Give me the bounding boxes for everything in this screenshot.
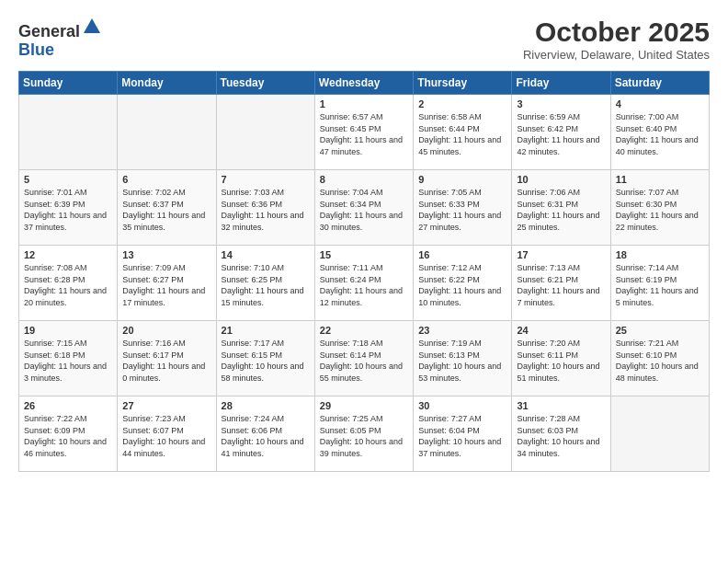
table-cell	[118, 95, 216, 170]
logo-general-text: General	[18, 22, 80, 40]
table-cell	[19, 95, 118, 170]
header: General Blue October 2025 Riverview, Del…	[18, 17, 710, 62]
day-info: Sunrise: 7:03 AM Sunset: 6:36 PM Dayligh…	[222, 187, 310, 233]
day-info: Sunrise: 7:20 AM Sunset: 6:11 PM Dayligh…	[517, 338, 605, 384]
day-info: Sunrise: 7:28 AM Sunset: 6:03 PM Dayligh…	[517, 413, 605, 459]
month-title: October 2025	[523, 17, 710, 48]
day-info: Sunrise: 7:15 AM Sunset: 6:18 PM Dayligh…	[24, 338, 112, 384]
table-cell: 3Sunrise: 6:59 AM Sunset: 6:42 PM Daylig…	[512, 95, 610, 170]
page: General Blue October 2025 Riverview, Del…	[0, 0, 728, 563]
day-info: Sunrise: 7:14 AM Sunset: 6:19 PM Dayligh…	[616, 262, 704, 308]
table-cell	[610, 396, 709, 472]
day-number: 5	[24, 174, 112, 185]
day-info: Sunrise: 7:05 AM Sunset: 6:33 PM Dayligh…	[418, 187, 506, 233]
week-row-5: 26Sunrise: 7:22 AM Sunset: 6:09 PM Dayli…	[19, 396, 710, 472]
table-cell: 13Sunrise: 7:09 AM Sunset: 6:27 PM Dayli…	[118, 246, 216, 321]
day-number: 22	[320, 325, 408, 336]
day-number: 9	[418, 174, 506, 185]
table-cell: 23Sunrise: 7:19 AM Sunset: 6:13 PM Dayli…	[414, 321, 512, 396]
day-number: 19	[24, 325, 112, 336]
day-info: Sunrise: 7:21 AM Sunset: 6:10 PM Dayligh…	[616, 338, 704, 384]
day-info: Sunrise: 7:22 AM Sunset: 6:09 PM Dayligh…	[24, 413, 112, 459]
day-number: 7	[222, 174, 310, 185]
day-info: Sunrise: 7:04 AM Sunset: 6:34 PM Dayligh…	[320, 187, 408, 233]
day-number: 24	[517, 325, 605, 336]
day-info: Sunrise: 7:11 AM Sunset: 6:24 PM Dayligh…	[320, 262, 408, 308]
week-row-1: 1Sunrise: 6:57 AM Sunset: 6:45 PM Daylig…	[19, 95, 710, 170]
day-info: Sunrise: 7:16 AM Sunset: 6:17 PM Dayligh…	[122, 338, 210, 384]
day-number: 31	[517, 400, 605, 411]
day-info: Sunrise: 7:12 AM Sunset: 6:22 PM Dayligh…	[418, 262, 506, 308]
day-info: Sunrise: 7:17 AM Sunset: 6:15 PM Dayligh…	[222, 338, 310, 384]
table-cell: 2Sunrise: 6:58 AM Sunset: 6:44 PM Daylig…	[414, 95, 512, 170]
table-cell: 7Sunrise: 7:03 AM Sunset: 6:36 PM Daylig…	[216, 170, 314, 246]
table-cell: 4Sunrise: 7:00 AM Sunset: 6:40 PM Daylig…	[610, 95, 709, 170]
table-cell: 18Sunrise: 7:14 AM Sunset: 6:19 PM Dayli…	[610, 246, 709, 321]
logo: General Blue	[18, 17, 102, 60]
day-number: 23	[418, 325, 506, 336]
day-info: Sunrise: 7:23 AM Sunset: 6:07 PM Dayligh…	[122, 413, 210, 459]
day-number: 6	[122, 174, 210, 185]
header-thursday: Thursday	[414, 72, 512, 95]
table-cell: 11Sunrise: 7:07 AM Sunset: 6:30 PM Dayli…	[610, 170, 709, 246]
table-cell: 8Sunrise: 7:04 AM Sunset: 6:34 PM Daylig…	[314, 170, 413, 246]
day-info: Sunrise: 7:19 AM Sunset: 6:13 PM Dayligh…	[418, 338, 506, 384]
table-cell: 27Sunrise: 7:23 AM Sunset: 6:07 PM Dayli…	[118, 396, 216, 472]
day-info: Sunrise: 6:57 AM Sunset: 6:45 PM Dayligh…	[320, 111, 408, 157]
day-number: 15	[320, 249, 408, 260]
day-number: 8	[320, 174, 408, 185]
table-cell: 17Sunrise: 7:13 AM Sunset: 6:21 PM Dayli…	[512, 246, 610, 321]
table-cell: 26Sunrise: 7:22 AM Sunset: 6:09 PM Dayli…	[19, 396, 118, 472]
day-number: 27	[122, 400, 210, 411]
day-number: 16	[418, 249, 506, 260]
day-info: Sunrise: 7:08 AM Sunset: 6:28 PM Dayligh…	[24, 262, 112, 308]
table-cell	[216, 95, 314, 170]
day-number: 26	[24, 400, 112, 411]
day-info: Sunrise: 7:25 AM Sunset: 6:05 PM Dayligh…	[320, 413, 408, 459]
header-wednesday: Wednesday	[314, 72, 413, 95]
day-info: Sunrise: 7:27 AM Sunset: 6:04 PM Dayligh…	[418, 413, 506, 459]
day-number: 4	[616, 98, 704, 109]
table-cell: 22Sunrise: 7:18 AM Sunset: 6:14 PM Dayli…	[314, 321, 413, 396]
table-cell: 15Sunrise: 7:11 AM Sunset: 6:24 PM Dayli…	[314, 246, 413, 321]
day-number: 1	[320, 98, 408, 109]
day-number: 13	[122, 249, 210, 260]
table-cell: 6Sunrise: 7:02 AM Sunset: 6:37 PM Daylig…	[118, 170, 216, 246]
table-cell: 20Sunrise: 7:16 AM Sunset: 6:17 PM Dayli…	[118, 321, 216, 396]
table-cell: 12Sunrise: 7:08 AM Sunset: 6:28 PM Dayli…	[19, 246, 118, 321]
day-info: Sunrise: 7:10 AM Sunset: 6:25 PM Dayligh…	[222, 262, 310, 308]
day-number: 11	[616, 174, 704, 185]
day-info: Sunrise: 7:06 AM Sunset: 6:31 PM Dayligh…	[517, 187, 605, 233]
header-sunday: Sunday	[19, 72, 118, 95]
table-cell: 19Sunrise: 7:15 AM Sunset: 6:18 PM Dayli…	[19, 321, 118, 396]
day-info: Sunrise: 7:24 AM Sunset: 6:06 PM Dayligh…	[222, 413, 310, 459]
day-number: 12	[24, 249, 112, 260]
table-cell: 9Sunrise: 7:05 AM Sunset: 6:33 PM Daylig…	[414, 170, 512, 246]
logo-icon	[82, 17, 102, 37]
day-number: 28	[222, 400, 310, 411]
day-info: Sunrise: 7:07 AM Sunset: 6:30 PM Dayligh…	[616, 187, 704, 233]
table-cell: 14Sunrise: 7:10 AM Sunset: 6:25 PM Dayli…	[216, 246, 314, 321]
day-number: 14	[222, 249, 310, 260]
table-cell: 21Sunrise: 7:17 AM Sunset: 6:15 PM Dayli…	[216, 321, 314, 396]
svg-marker-0	[84, 18, 100, 33]
table-cell: 24Sunrise: 7:20 AM Sunset: 6:11 PM Dayli…	[512, 321, 610, 396]
day-number: 30	[418, 400, 506, 411]
day-info: Sunrise: 7:18 AM Sunset: 6:14 PM Dayligh…	[320, 338, 408, 384]
day-info: Sunrise: 6:58 AM Sunset: 6:44 PM Dayligh…	[418, 111, 506, 157]
day-number: 2	[418, 98, 506, 109]
header-saturday: Saturday	[610, 72, 709, 95]
table-cell: 16Sunrise: 7:12 AM Sunset: 6:22 PM Dayli…	[414, 246, 512, 321]
week-row-4: 19Sunrise: 7:15 AM Sunset: 6:18 PM Dayli…	[19, 321, 710, 396]
table-cell: 31Sunrise: 7:28 AM Sunset: 6:03 PM Dayli…	[512, 396, 610, 472]
table-cell: 1Sunrise: 6:57 AM Sunset: 6:45 PM Daylig…	[314, 95, 413, 170]
day-info: Sunrise: 6:59 AM Sunset: 6:42 PM Dayligh…	[517, 111, 605, 157]
day-number: 21	[222, 325, 310, 336]
week-row-2: 5Sunrise: 7:01 AM Sunset: 6:39 PM Daylig…	[19, 170, 710, 246]
week-row-3: 12Sunrise: 7:08 AM Sunset: 6:28 PM Dayli…	[19, 246, 710, 321]
calendar-table: Sunday Monday Tuesday Wednesday Thursday…	[18, 71, 710, 472]
day-info: Sunrise: 7:13 AM Sunset: 6:21 PM Dayligh…	[517, 262, 605, 308]
day-info: Sunrise: 7:01 AM Sunset: 6:39 PM Dayligh…	[24, 187, 112, 233]
table-cell: 5Sunrise: 7:01 AM Sunset: 6:39 PM Daylig…	[19, 170, 118, 246]
table-cell: 28Sunrise: 7:24 AM Sunset: 6:06 PM Dayli…	[216, 396, 314, 472]
